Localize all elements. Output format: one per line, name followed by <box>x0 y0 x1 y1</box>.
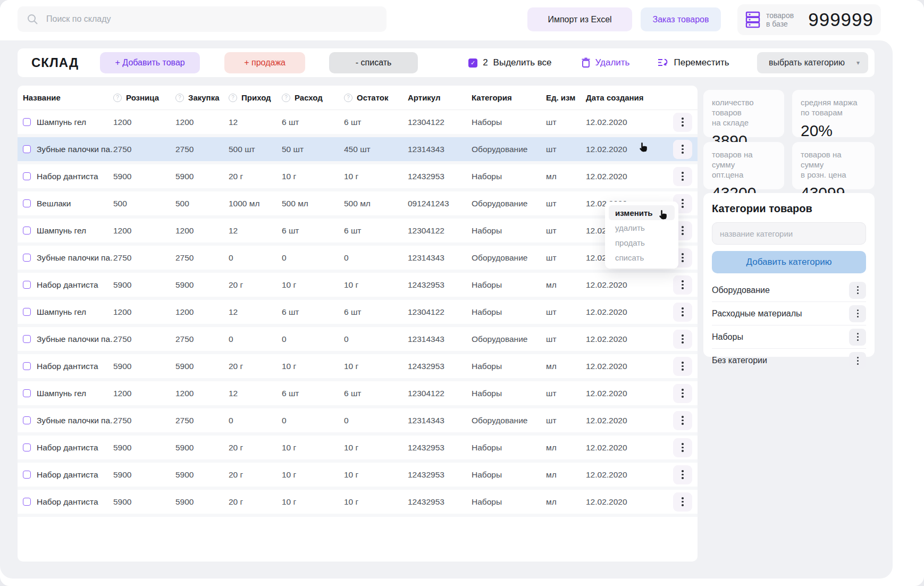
retail-price-cell: 2750 <box>113 334 175 344</box>
row-menu-button[interactable] <box>673 411 692 430</box>
row-checkbox[interactable] <box>23 389 31 397</box>
category-menu-button[interactable] <box>849 352 866 369</box>
row-menu-button[interactable] <box>673 438 692 457</box>
row-checkbox[interactable] <box>23 281 31 289</box>
product-name: Зубные палочки па.. <box>37 145 113 154</box>
purchase-price-cell: 5900 <box>175 172 229 181</box>
stock-cell: 0 <box>344 334 408 344</box>
row-checkbox[interactable] <box>23 416 31 424</box>
column-header: ?Приход <box>229 93 282 102</box>
table-row[interactable]: Вешлаки 500 500 1000 мл 500 мл 500 мл 09… <box>18 191 698 219</box>
search-box[interactable] <box>18 6 387 32</box>
category-cell: Оборудование <box>472 199 546 208</box>
import-excel-button[interactable]: Импорт из Excel <box>527 7 632 31</box>
table-row[interactable]: Шампунь гел 1200 1200 12 6 шт 6 шт 12304… <box>18 300 698 327</box>
category-list-item[interactable]: Оборудование <box>712 279 866 302</box>
table-row[interactable]: Набор дантиста 5900 5900 20 г 10 г 10 г … <box>18 354 698 381</box>
row-menu-button[interactable] <box>673 465 692 484</box>
delete-action[interactable]: Удалить <box>581 57 630 68</box>
row-menu-button[interactable] <box>673 384 692 403</box>
add-category-button[interactable]: Добавить категорию <box>712 251 866 273</box>
table-row[interactable]: Шампунь гел 1200 1200 12 6 шт 6 шт 12304… <box>18 381 698 408</box>
row-menu-button[interactable] <box>673 140 692 159</box>
goods-counter: товаров в базе 999999 <box>737 4 881 35</box>
context-menu-item-удалить[interactable]: удалить <box>609 220 675 235</box>
row-checkbox[interactable] <box>23 227 31 235</box>
stat-card-wholesale-sum: товаров на сумму опт.цена43200 <box>703 142 784 189</box>
row-checkbox[interactable] <box>23 145 31 153</box>
date-created-cell: 12.02.2020 <box>586 362 665 371</box>
date-created-cell: 12.02.2020 <box>586 389 665 398</box>
expense-cell: 10 г <box>282 443 344 453</box>
row-checkbox[interactable] <box>23 254 31 262</box>
unit-cell: шт <box>546 118 586 127</box>
order-goods-button[interactable]: Заказ товаров <box>641 7 721 31</box>
purchase-price-cell: 5900 <box>175 443 229 453</box>
category-select[interactable]: выбрать категорию ▾ <box>757 52 868 73</box>
stock-cell: 0 <box>344 416 408 425</box>
table-row[interactable]: Набор дантиста 5900 5900 20 г 10 г 10 г … <box>18 463 698 490</box>
purchase-price-cell: 1200 <box>175 226 229 236</box>
table-row[interactable]: Набор дантиста 5900 5900 20 г 10 г 10 г … <box>18 490 698 517</box>
table-row[interactable]: Набор дантиста 5900 5900 20 г 10 г 10 г … <box>18 273 698 300</box>
table-row[interactable]: Шампунь гел 1200 1200 12 6 шт 6 шт 12304… <box>18 219 698 246</box>
table-row[interactable]: Зубные палочки па.. 2750 2750 500 шт 50 … <box>18 137 698 164</box>
chevron-down-icon: ▾ <box>856 59 860 66</box>
row-menu-button[interactable] <box>673 330 692 349</box>
row-checkbox[interactable] <box>23 362 31 370</box>
table-row[interactable]: Набор дантиста 5900 5900 20 г 10 г 10 г … <box>18 436 698 463</box>
category-cell: Наборы <box>472 443 546 453</box>
row-checkbox[interactable] <box>23 199 31 207</box>
category-list-item[interactable]: Без категории <box>712 349 866 372</box>
category-list-item[interactable]: Наборы <box>712 325 866 349</box>
row-checkbox[interactable] <box>23 443 31 451</box>
row-menu-button[interactable] <box>673 492 692 512</box>
context-menu-item-продать[interactable]: продать <box>609 235 675 250</box>
product-name: Набор дантиста <box>37 362 98 371</box>
product-name: Шампунь гел <box>37 307 86 317</box>
row-checkbox[interactable] <box>23 308 31 316</box>
table-row[interactable]: Зубные палочки па.. 2750 2750 0 0 0 1231… <box>18 246 698 273</box>
row-menu-button[interactable] <box>673 303 692 322</box>
sale-button[interactable]: + продажа <box>224 52 305 73</box>
select-all-label[interactable]: Выделить все <box>493 57 552 68</box>
select-all-checkbox[interactable]: ✓ <box>468 58 477 68</box>
unit-cell: шт <box>546 334 586 344</box>
stock-cell: 10 г <box>344 280 408 290</box>
category-menu-button[interactable] <box>849 282 866 299</box>
page-title: СКЛАД <box>31 55 79 70</box>
table-row[interactable]: Зубные палочки па.. 2750 2750 0 0 0 1231… <box>18 408 698 436</box>
sku-cell: 12314343 <box>408 253 472 263</box>
row-checkbox[interactable] <box>23 172 31 180</box>
row-menu-button[interactable] <box>673 357 692 376</box>
sku-cell: 12432953 <box>408 172 472 181</box>
row-checkbox[interactable] <box>23 118 31 126</box>
table-row[interactable]: Зубные палочки па.. 2750 2750 0 0 0 1231… <box>18 327 698 354</box>
context-menu-item-списать[interactable]: списать <box>609 250 675 265</box>
purchase-price-cell: 2750 <box>175 416 229 425</box>
row-checkbox[interactable] <box>23 498 31 506</box>
search-input[interactable] <box>46 14 378 24</box>
writeoff-button[interactable]: - списать <box>329 52 418 73</box>
table-row[interactable]: Шампунь гел 1200 1200 12 6 шт 6 шт 12304… <box>18 110 698 137</box>
add-product-button[interactable]: + Добавить товар <box>100 52 200 73</box>
row-menu-button[interactable] <box>673 275 692 295</box>
income-cell: 12 <box>229 307 282 317</box>
stock-cell: 10 г <box>344 362 408 371</box>
category-list-item[interactable]: Расходные материалы <box>712 302 866 325</box>
category-cell: Наборы <box>472 280 546 290</box>
category-menu-button[interactable] <box>849 305 866 322</box>
category-name-input[interactable] <box>712 222 866 245</box>
row-checkbox[interactable] <box>23 471 31 479</box>
table-row[interactable]: Набор дантиста 5900 5900 20 г 10 г 10 г … <box>18 164 698 191</box>
category-menu-button[interactable] <box>849 329 866 346</box>
context-menu-item-изменить[interactable]: изменить <box>609 205 675 220</box>
row-menu-button[interactable] <box>673 167 692 186</box>
row-checkbox[interactable] <box>23 335 31 343</box>
product-name: Шампунь гел <box>37 118 86 127</box>
product-name: Набор дантиста <box>37 443 98 453</box>
row-menu-button[interactable] <box>673 113 692 132</box>
categories-title: Категории товаров <box>712 203 866 215</box>
move-action[interactable]: Переместить <box>657 57 729 68</box>
retail-price-cell: 500 <box>113 199 175 208</box>
